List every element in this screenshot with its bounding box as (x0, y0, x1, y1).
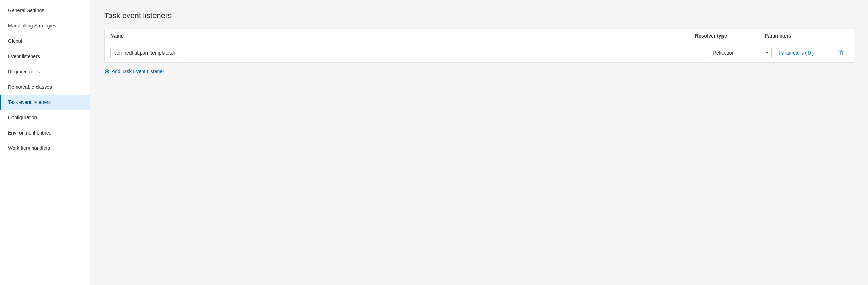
parameters-cell: Parameters ( 0 ) (779, 50, 834, 56)
actions-cell (834, 50, 848, 56)
parameters-link[interactable]: Parameters ( 0 ) (779, 50, 834, 56)
sidebar-item-environment-entries[interactable]: Environment entries (0, 125, 90, 140)
name-cell (110, 48, 709, 58)
sidebar-item-general-settings[interactable]: General Settings (0, 3, 90, 18)
add-listener-label: Add Task Event Listener (112, 68, 164, 74)
sidebar-item-event-listeners[interactable]: Event listeners (0, 49, 90, 64)
table-header: Name Resolver type Parameters (105, 29, 854, 43)
delete-button[interactable] (837, 50, 846, 56)
sidebar-item-configuration[interactable]: Configuration (0, 110, 90, 125)
sidebar-item-work-item-handlers[interactable]: Work Item handlers (0, 140, 90, 156)
listener-name-input[interactable] (110, 48, 179, 58)
sidebar-item-remoteable-classes[interactable]: Remoteable classes (0, 79, 90, 95)
col-resolver-header: Resolver type (695, 33, 765, 39)
col-name-header: Name (110, 33, 695, 39)
sidebar-item-required-roles[interactable]: Required roles (0, 64, 90, 79)
sidebar: General SettingsMarshalling StrategiesGl… (0, 0, 90, 285)
page-title: Task event listeners (104, 11, 854, 20)
sidebar-item-task-event-listeners[interactable]: Task event listeners (0, 95, 90, 110)
listeners-table: Name Resolver type Parameters Reflection… (104, 28, 854, 63)
add-listener-button[interactable]: ⊕ Add Task Event Listener (104, 68, 164, 74)
col-parameters-header: Parameters (765, 33, 834, 39)
resolver-type-select[interactable]: Reflection MVEL Spring (709, 48, 772, 58)
resolver-select-wrapper: Reflection MVEL Spring (709, 48, 772, 58)
sidebar-item-global[interactable]: Global (0, 33, 90, 49)
add-listener-section: ⊕ Add Task Event Listener (104, 63, 854, 76)
add-circle-icon: ⊕ (104, 68, 110, 74)
main-content: Task event listeners Name Resolver type … (90, 0, 868, 285)
table-row: Reflection MVEL Spring Parameters ( 0 ) (105, 43, 854, 62)
sidebar-item-marshalling-strategies[interactable]: Marshalling Strategies (0, 18, 90, 33)
